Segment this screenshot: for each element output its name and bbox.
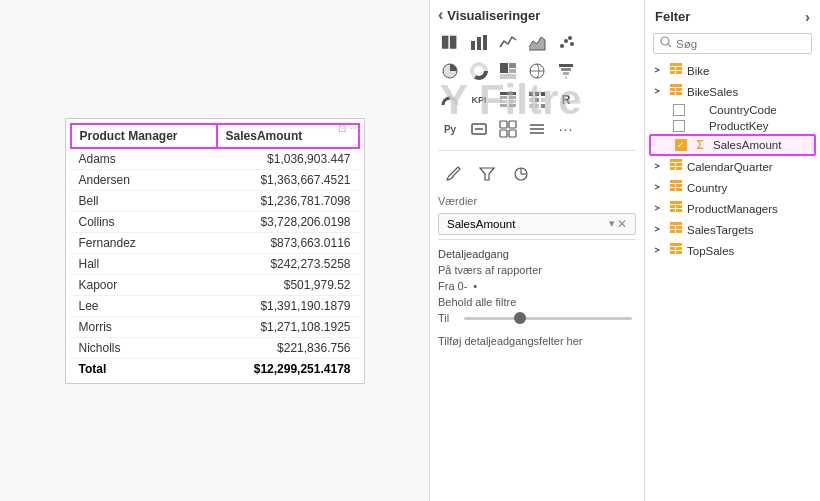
tree-label: Country [687,182,812,194]
svg-rect-72 [670,205,675,208]
viz-icon-multicard[interactable] [494,115,522,143]
slider-track[interactable] [464,317,632,320]
chevron-icon [653,65,665,76]
svg-rect-39 [509,121,516,128]
svg-rect-77 [670,226,675,229]
viz-icon-bar[interactable] [465,28,493,56]
svg-rect-83 [676,247,682,250]
tree-item-bike[interactable]: Bike [649,60,816,81]
tree-item-countrycode[interactable]: CountryCode [649,102,816,118]
svg-rect-2 [483,35,487,50]
svg-rect-79 [670,230,675,233]
table-icon [668,221,684,238]
to-row[interactable]: Til [438,312,636,324]
viz-icon-line[interactable] [494,28,522,56]
from-dot: • [473,280,477,292]
viz-icon-table[interactable] [494,86,522,114]
svg-rect-41 [509,130,516,137]
viz-icon-donut[interactable] [465,57,493,85]
viz-icon-kpi[interactable]: KPI [465,86,493,114]
slider-thumb[interactable] [514,312,526,324]
viz-icon-more[interactable]: ··· [552,115,580,143]
table-icon [668,179,684,196]
cell-amount: $1,236,781.7098 [217,190,359,211]
cell-amount: $1,036,903.447 [217,148,359,170]
svg-rect-82 [670,247,675,250]
tree-item-calendarquarter[interactable]: CalendarQuarter [649,156,816,177]
svg-rect-35 [541,104,545,108]
viz-icon-stacked-bar[interactable]: ▊▊ [436,28,464,56]
viz-icon-funnel[interactable] [552,57,580,85]
field-chip-down[interactable]: ▾ [609,217,615,231]
tree-item-bikesales[interactable]: BikeSales [649,81,816,102]
values-label: Værdier [430,193,644,209]
viz-icon-matrix[interactable] [523,86,551,114]
viz-icon-treemap[interactable] [494,57,522,85]
add-drillthrough-field[interactable]: Tilføj detaljeadgangsfelter her [430,331,644,351]
analytics-btn[interactable] [506,159,536,189]
paint-brush-btn[interactable] [438,159,468,189]
viz-icon-scatter[interactable] [552,28,580,56]
tree-item-salestargets[interactable]: SalesTargets [649,219,816,240]
tree-item-salesamount[interactable]: ✓ΣSalesAmount [649,134,816,156]
chevron-icon [653,182,665,193]
tree-item-productmanagers[interactable]: ProductManagers [649,198,816,219]
svg-rect-31 [535,98,539,102]
tree-label: SalesTargets [687,224,812,236]
fields-title: Felter [655,9,690,24]
svg-rect-66 [670,180,682,183]
table-row: Kapoor$501,979.52 [71,274,359,295]
field-chip-remove[interactable]: ✕ [617,217,627,231]
filter-btn[interactable] [472,159,502,189]
search-box[interactable] [653,33,812,54]
viz-icon-pie[interactable] [436,57,464,85]
total-value: $12,299,251.4178 [217,358,359,379]
table-icon [668,200,684,217]
cross-reports-row: På tværs af rapporter [438,264,636,276]
svg-rect-16 [559,64,573,67]
viz-icon-py[interactable]: Py [436,115,464,143]
viz-icon-map[interactable] [523,57,551,85]
svg-line-50 [669,45,672,48]
viz-nav-left[interactable]: ‹ [438,6,443,24]
svg-rect-81 [670,243,682,246]
checkbox-salesamount[interactable]: ✓ [675,139,687,151]
viz-icon-slicer[interactable] [523,115,551,143]
field-chip[interactable]: SalesAmount ▾ ✕ [438,213,636,235]
tree-label: CountryCode [709,104,812,116]
tree-item-country[interactable]: Country [649,177,816,198]
svg-rect-51 [670,63,682,66]
svg-rect-30 [529,98,533,102]
viz-icon-card[interactable] [465,115,493,143]
cross-reports-label: På tværs af rapporter [438,264,542,276]
fields-panel-header: Felter › [645,0,820,29]
viz-icon-area[interactable] [523,28,551,56]
svg-rect-29 [541,92,545,96]
table-icon [668,83,684,100]
from-row[interactable]: Fra 0- • [438,280,636,292]
svg-rect-26 [509,104,516,107]
svg-rect-64 [670,167,675,170]
checkbox-countrycode[interactable] [673,104,685,116]
svg-rect-11 [509,63,516,68]
checkbox-productkey[interactable] [673,120,685,132]
fields-nav-right[interactable]: › [805,8,810,25]
keep-filters-label: Behold alle filtre [438,296,516,308]
cell-amount: $242,273.5258 [217,253,359,274]
chevron-icon [653,245,665,256]
table-row: Adams$1,036,903.447 [71,148,359,170]
search-input[interactable] [676,38,820,50]
total-label: Total [71,358,217,379]
viz-icon-r[interactable]: R [552,86,580,114]
resize-icon-2: ⋯ [350,123,360,134]
svg-rect-71 [670,201,682,204]
viz-icon-gauge[interactable] [436,86,464,114]
svg-rect-22 [509,96,516,99]
tree-item-topsales[interactable]: TopSales [649,240,816,261]
resize-handle[interactable]: ⊡ ⋯ [338,123,360,134]
tree-item-productkey[interactable]: ProductKey [649,118,816,134]
svg-rect-32 [541,98,545,102]
svg-rect-13 [500,74,516,79]
from-label: Fra 0- [438,280,467,292]
table-row: Fernandez$873,663.0116 [71,232,359,253]
